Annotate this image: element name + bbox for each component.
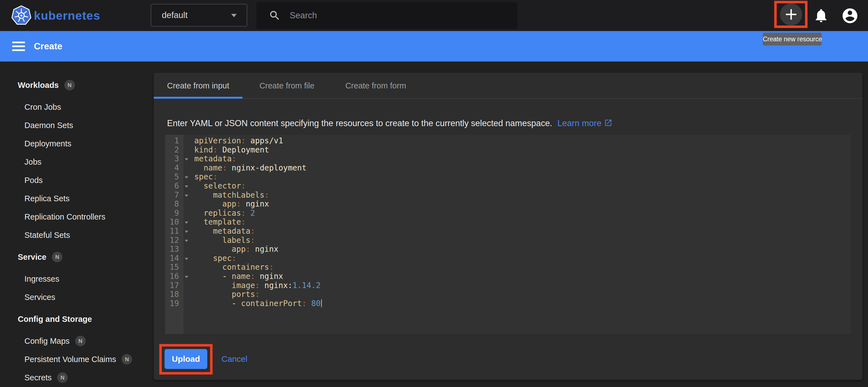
open-in-new-icon (604, 119, 613, 127)
tab-create-from-form[interactable]: Create from form (331, 73, 420, 99)
code-text: app: nginx (191, 245, 278, 254)
editor-line-9: 9replicas: 2 (165, 209, 851, 218)
fold-caret-slot (183, 290, 191, 299)
fold-caret-icon[interactable] (183, 191, 191, 200)
sidebar-nav: WorkloadsNCron JobsDaemon SetsDeployment… (0, 62, 154, 387)
namespaced-badge: N (52, 252, 62, 262)
search-placeholder: Search (290, 2, 317, 29)
sidebar-item-label: Persistent Volume Claims (24, 355, 116, 364)
namespaced-badge: N (75, 336, 86, 346)
sidebar-item-cron-jobs[interactable]: Cron Jobs (0, 98, 154, 116)
sidebar-item-replica-sets[interactable]: Replica Sets (0, 189, 154, 208)
cancel-button[interactable]: Cancel (221, 349, 247, 369)
editor-line-18: 18ports: (165, 290, 851, 299)
search-icon (269, 9, 281, 22)
sidebar-header-label: Workloads (18, 81, 59, 90)
line-number: 6 (165, 182, 183, 191)
code-text: labels: (191, 236, 255, 245)
line-number: 12 (165, 236, 183, 245)
fold-caret-icon[interactable] (183, 218, 191, 227)
namespaced-badge: N (64, 80, 75, 91)
editor-line-3: 3metadata: (165, 154, 851, 164)
top-bar: kubernetes default Search (0, 0, 868, 31)
fold-caret-icon[interactable] (183, 236, 191, 245)
search-input[interactable]: Search (256, 2, 517, 29)
namespaced-badge: N (57, 372, 68, 383)
editor-line-16: 16- name: nginx (165, 272, 851, 281)
learn-more-link[interactable]: Learn more (557, 118, 601, 128)
sidebar-item-label: Replication Controllers (24, 212, 105, 221)
line-number: 5 (165, 172, 183, 182)
code-text: spec: (191, 254, 237, 263)
fold-caret-icon[interactable] (183, 154, 191, 164)
sidebar-item-stateful-sets[interactable]: Stateful Sets (0, 226, 154, 244)
menu-hamburger-icon[interactable] (12, 42, 25, 51)
editor-line-15: 15containers: (165, 263, 851, 272)
sidebar-item-persistent-volume-claims[interactable]: Persistent Volume ClaimsN (0, 350, 154, 368)
fold-caret-icon[interactable] (183, 172, 191, 182)
code-text: name: nginx-deployment (191, 164, 307, 173)
editor-line-8: 8app: nginx (165, 200, 851, 209)
line-number: 3 (165, 154, 183, 164)
fold-caret-icon[interactable] (183, 254, 191, 263)
fold-caret-slot (183, 164, 191, 173)
sidebar-item-label: Ingresses (24, 275, 59, 284)
sidebar-header-config-and-storage[interactable]: Config and Storage (0, 310, 154, 328)
editor-line-2: 2kind: Deployment (165, 145, 851, 155)
code-text: selector: (191, 182, 246, 191)
code-text: - name: nginx (191, 272, 283, 281)
editor-line-4: 4name: nginx-deployment (165, 164, 851, 173)
sidebar-item-secrets[interactable]: SecretsN (0, 368, 154, 387)
editor-line-17: 17image: nginx:1.14.2 (165, 281, 851, 290)
namespaced-badge: N (122, 354, 132, 364)
fold-caret-slot (183, 200, 191, 209)
tab-create-from-input[interactable]: Create from input (154, 73, 243, 99)
line-number: 19 (165, 299, 183, 308)
tab-create-from-file[interactable]: Create from file (243, 73, 331, 99)
sidebar-item-ingresses[interactable]: Ingresses (0, 270, 154, 288)
sidebar-header-workloads[interactable]: WorkloadsN (0, 76, 154, 94)
sidebar-item-label: Jobs (24, 157, 41, 167)
code-text: metadata: (191, 227, 255, 236)
code-text: containers: (191, 263, 274, 272)
code-text: metadata: (191, 154, 237, 164)
sidebar-item-daemon-sets[interactable]: Daemon Sets (0, 116, 154, 135)
sidebar-item-pods[interactable]: Pods (0, 171, 154, 189)
sidebar-item-label: Pods (24, 176, 43, 185)
sidebar-item-label: Replica Sets (24, 194, 70, 203)
line-number: 15 (165, 263, 183, 272)
fold-caret-icon[interactable] (183, 227, 191, 236)
yaml-editor[interactable]: 1apiVersion: apps/v12kind: Deployment3me… (165, 135, 851, 334)
active-tab-indicator (154, 97, 243, 99)
kubernetes-logo-icon (11, 5, 32, 26)
fold-caret-slot (183, 209, 191, 218)
sidebar-header-service[interactable]: ServiceN (0, 248, 154, 266)
upload-button[interactable]: Upload (164, 349, 207, 369)
fold-caret-slot (183, 145, 191, 155)
namespace-select[interactable]: default (151, 4, 247, 27)
sidebar-item-label: Cron Jobs (24, 103, 61, 112)
editor-line-1: 1apiVersion: apps/v1 (165, 136, 851, 145)
fold-caret-slot (183, 136, 191, 145)
sidebar-item-jobs[interactable]: Jobs (0, 153, 154, 171)
code-text: ports: (191, 290, 260, 299)
fold-caret-icon[interactable] (183, 272, 191, 281)
chevron-down-icon (231, 14, 237, 17)
sidebar-item-config-maps[interactable]: Config MapsN (0, 332, 154, 350)
namespace-selected-value: default (162, 4, 188, 26)
sidebar-item-deployments[interactable]: Deployments (0, 135, 154, 153)
fold-caret-icon[interactable] (183, 182, 191, 191)
sidebar-item-label: Secrets (24, 373, 52, 382)
fold-caret-slot (183, 245, 191, 254)
code-text: template: (191, 218, 246, 227)
notifications-bell-icon[interactable] (813, 7, 829, 24)
tab-label: Create from file (259, 81, 314, 90)
sidebar-item-services[interactable]: Services (0, 288, 154, 306)
account-circle-icon[interactable] (841, 7, 859, 25)
line-number: 14 (165, 254, 183, 263)
editor-line-11: 11metadata: (165, 227, 851, 236)
line-number: 2 (165, 145, 183, 155)
sidebar-item-replication-controllers[interactable]: Replication Controllers (0, 208, 154, 226)
fold-caret-slot (183, 263, 191, 272)
line-number: 18 (165, 290, 183, 299)
